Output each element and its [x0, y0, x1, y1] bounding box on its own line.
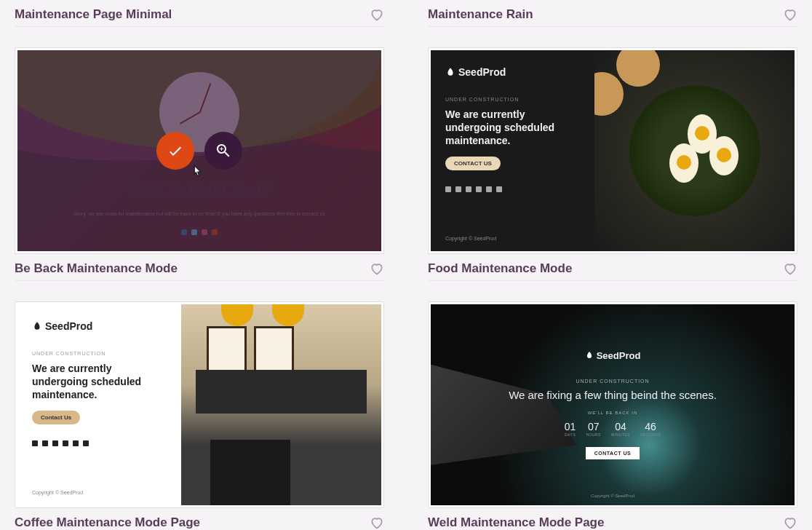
template-preview[interactable]: SeedProd UNDER CONSTRUCTION We are curre… [15, 301, 384, 508]
preview-heading: We are currently undergoing scheduled ma… [445, 108, 580, 148]
cursor-icon [188, 163, 207, 182]
template-title-row: Be Back Maintenance Mode [15, 261, 384, 281]
template-card: SeedProd UNDER CONSTRUCTION We are curre… [428, 47, 797, 287]
template-card: We'll Be Right Back! Sorry, we are down … [15, 47, 384, 287]
preview-socials [445, 186, 580, 192]
preview-tag: UNDER CONSTRUCTION [32, 351, 167, 356]
template-preview[interactable]: SeedProd UNDER CONSTRUCTION We are fixin… [428, 301, 797, 508]
seedprod-logo: SeedProd [32, 320, 167, 332]
copyright-text: Copyright © SeedProd [445, 236, 496, 241]
favorite-icon[interactable] [783, 7, 797, 22]
preview-heading: We are currently undergoing scheduled ma… [32, 362, 167, 402]
template-preview[interactable]: We'll Be Right Back! Sorry, we are down … [15, 47, 384, 254]
contact-button: CONTACT US [586, 447, 640, 459]
template-preview[interactable]: SeedProd UNDER CONSTRUCTION We are curre… [428, 47, 797, 254]
template-card: Maintenance Page Minimal [15, 7, 384, 33]
magnify-icon [215, 142, 232, 159]
copyright-text: Copyright © SeedProd [32, 490, 83, 495]
template-title-row: Food Maintenance Mode [428, 261, 797, 281]
seedprod-logo: SeedProd [431, 350, 795, 361]
template-title-row: Maintenance Rain [428, 7, 797, 27]
template-title: Maintenance Page Minimal [15, 7, 172, 22]
template-title: Food Maintenance Mode [428, 261, 572, 276]
template-title-row: Weld Maintenance Mode Page [428, 515, 797, 530]
template-title-row: Maintenance Page Minimal [15, 7, 384, 27]
template-card: SeedProd UNDER CONSTRUCTION We are curre… [15, 301, 384, 530]
template-title: Weld Maintenance Mode Page [428, 515, 604, 530]
template-title: Maintenance Rain [428, 7, 533, 22]
template-card: SeedProd UNDER CONSTRUCTION We are fixin… [428, 301, 797, 530]
preview-heading: We are fixing a few thing beind the scen… [431, 388, 795, 403]
preview-tag: UNDER CONSTRUCTION [431, 379, 795, 384]
favorite-icon[interactable] [783, 515, 797, 530]
preview-template-button[interactable] [204, 132, 242, 170]
seedprod-logo: SeedProd [445, 66, 580, 78]
countdown-label: WE'LL BE BACK IN [431, 411, 795, 415]
favorite-icon[interactable] [370, 261, 384, 276]
check-icon [167, 142, 184, 159]
favorite-icon[interactable] [370, 7, 384, 22]
favorite-icon[interactable] [783, 261, 797, 276]
copyright-text: Copyright © SeedProd [591, 494, 634, 498]
template-title: Coffee Maintenance Mode Page [15, 515, 200, 530]
preview-socials [32, 440, 167, 446]
template-title-row: Coffee Maintenance Mode Page [15, 515, 384, 530]
preview-tag: UNDER CONSTRUCTION [445, 97, 580, 102]
template-card: Maintenance Rain [428, 7, 797, 33]
countdown: 01DAYS 07HOURS 04MINUTES 46SECONDS [431, 421, 795, 437]
template-title: Be Back Maintenance Mode [15, 261, 178, 276]
favorite-icon[interactable] [370, 515, 384, 530]
contact-button: Contact Us [32, 411, 80, 424]
contact-button: CONTACT US [445, 157, 501, 170]
